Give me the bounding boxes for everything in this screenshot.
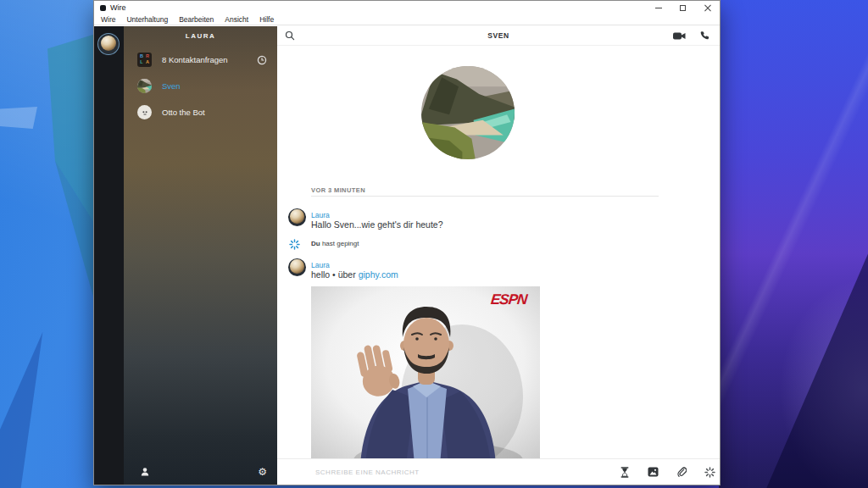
notification-badge <box>115 33 120 37</box>
conversation-panel: SVEN <box>277 26 720 485</box>
chat-title: SVEN <box>277 31 720 40</box>
attach-file-icon[interactable] <box>676 467 687 478</box>
maximize-button[interactable] <box>670 1 695 14</box>
ping-icon <box>289 239 300 250</box>
add-image-icon[interactable] <box>648 467 659 477</box>
pending-clock-icon <box>257 55 267 65</box>
wire-window: Wire Wire Unterhaltung Bearbeiten Ansich… <box>93 0 721 485</box>
contacts-icon[interactable] <box>140 467 150 477</box>
timer-icon[interactable] <box>620 467 630 478</box>
window-titlebar[interactable]: Wire <box>94 1 720 14</box>
conversation-list: LAURA B R L A 8 Kontaktanfragen <box>124 26 277 485</box>
close-button[interactable] <box>695 1 720 14</box>
time-separator: VOR 3 MINUTEN <box>311 186 365 194</box>
time-separator-line <box>311 196 659 197</box>
window-title: Wire <box>110 3 126 12</box>
profile-name-header[interactable]: LAURA <box>124 26 277 47</box>
sender-name[interactable]: Laura <box>311 261 330 269</box>
sven-label: Sven <box>162 81 181 91</box>
giphy-link[interactable]: giphy.com <box>359 269 398 280</box>
audio-call-icon[interactable] <box>699 30 709 41</box>
sender-name[interactable]: Laura <box>311 211 330 219</box>
video-call-icon[interactable] <box>673 31 686 41</box>
espn-logo: ESPN <box>490 291 527 308</box>
sidebar-footer: ⚙ <box>124 459 277 485</box>
message-text: hello • über giphy.com <box>311 269 398 280</box>
wire-logo-icon <box>100 5 106 11</box>
chat-topbar: SVEN <box>277 26 720 46</box>
menu-item-ansicht[interactable]: Ansicht <box>225 15 248 24</box>
gif-message-image[interactable]: ESPN <box>311 286 540 464</box>
wallpaper-left-strip <box>0 0 95 488</box>
wallpaper-right-strip <box>719 0 868 488</box>
waving-man-illustration <box>311 286 540 464</box>
laura-avatar[interactable] <box>288 258 306 276</box>
conversation-sven[interactable]: Sven <box>124 73 277 99</box>
menu-item-hilfe[interactable]: Hilfe <box>259 15 274 24</box>
contact-requests-label: 8 Kontaktanfragen <box>162 55 228 64</box>
maximize-icon <box>680 5 686 11</box>
otto-avatar <box>137 105 152 119</box>
settings-icon[interactable]: ⚙ <box>258 467 267 477</box>
minimize-icon <box>655 8 662 8</box>
conversation-otto-the-bot[interactable]: Otto the Bot <box>124 99 277 125</box>
message-history[interactable]: VOR 3 MINUTEN Laura Hallo Sven...wie geh… <box>277 46 720 458</box>
ping-icon[interactable] <box>704 467 715 478</box>
minimize-button[interactable] <box>646 1 670 14</box>
sven-avatar <box>137 79 152 93</box>
profile-column <box>94 26 124 485</box>
laura-avatar[interactable] <box>288 208 306 226</box>
menu-item-unterhaltung[interactable]: Unterhaltung <box>126 15 168 24</box>
conversation-contact-requests[interactable]: B R L A 8 Kontaktanfragen <box>124 47 277 73</box>
message-input[interactable] <box>315 468 620 476</box>
message-text: Hallo Sven...wie geht's dir heute? <box>311 219 443 230</box>
self-avatar[interactable] <box>97 33 120 55</box>
ping-event-text: Du hast gepingt <box>311 240 359 247</box>
menu-item-bearbeiten[interactable]: Bearbeiten <box>179 15 214 24</box>
sven-profile-picture <box>421 66 515 159</box>
otto-label: Otto the Bot <box>162 108 205 117</box>
contact-requests-avatar: B R L A <box>137 53 152 67</box>
message-composer <box>277 458 720 485</box>
menu-bar: Wire Unterhaltung Bearbeiten Ansicht Hil… <box>94 14 720 25</box>
menu-item-wire[interactable]: Wire <box>101 15 115 24</box>
